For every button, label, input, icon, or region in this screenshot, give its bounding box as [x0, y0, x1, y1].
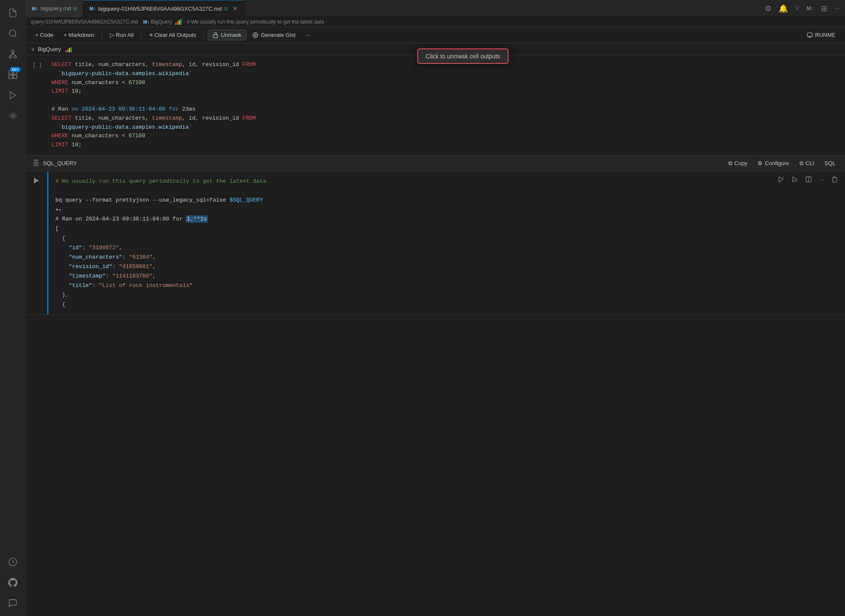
- sql-lang-label: SQL: [824, 160, 836, 166]
- section-chevron[interactable]: ∨: [31, 46, 35, 52]
- runme-label: RUNME: [815, 32, 836, 38]
- sql-line-3: WHERE num_characters < 67100: [51, 79, 838, 88]
- sql-line-ran: # Ran on 2024-04-23 09:36:11-04:00 for 2…: [51, 105, 838, 114]
- svg-line-5: [10, 52, 13, 55]
- chat-icon[interactable]: [3, 594, 22, 613]
- copy-label: Copy: [734, 160, 747, 166]
- toolbar: + Code + Markdown ▷ Run All ≡ Clear All …: [26, 27, 845, 43]
- run-debug-icon[interactable]: [3, 86, 22, 105]
- bash-comment-1: # We usually run this query periodically…: [55, 177, 838, 186]
- more-actions-btn[interactable]: ···: [833, 3, 842, 14]
- section-bq-icon: [65, 46, 72, 52]
- tab-label-1: bigquery.md: [41, 5, 71, 12]
- layout-btn[interactable]: ⊞: [819, 2, 829, 15]
- add-code-btn[interactable]: + Code: [31, 30, 58, 40]
- notifications-btn[interactable]: 🔔: [777, 2, 790, 15]
- toolbar-sep-1: [102, 31, 102, 39]
- svg-line-6: [13, 52, 15, 55]
- unmask-btn[interactable]: Unmask: [208, 30, 246, 40]
- sql-query-bar: 🗄 SQL_QUERY ⧉ Copy ⚙ Configure ⧉ CLI SQL: [26, 155, 845, 172]
- branch-btn[interactable]: ⑂: [793, 2, 801, 15]
- run-all-btn[interactable]: ▷ Run All: [106, 30, 138, 40]
- configure-label: Configure: [765, 160, 789, 166]
- sidebar: 1K+: [0, 0, 26, 616]
- svg-rect-18: [807, 33, 812, 36]
- tab-bar: M↕ bigquery.md U M↕ bigquery-01HW5JP6E6V…: [26, 0, 845, 17]
- data-wrangler-icon[interactable]: [3, 106, 22, 125]
- tab-modified-2: U: [224, 6, 227, 11]
- bash-ran-line: # Ran on 2024-04-23 09:36:11-04:00 for 1…: [55, 214, 838, 224]
- breadcrumb-section: M↕ BigQuery: [143, 19, 182, 25]
- tab-modified-1: U: [73, 6, 77, 11]
- clear-outputs-btn[interactable]: ≡ Clear All Outputs: [145, 30, 200, 40]
- more-toolbar-btn[interactable]: ···: [302, 30, 315, 40]
- tab-bigquery-active[interactable]: M↕ bigquery-01HW5JP6E6V0AA496GXC5A327C.m…: [83, 0, 245, 17]
- svg-point-12: [12, 115, 14, 117]
- sql-line-7: WHERE num_characters < 67100: [51, 132, 838, 141]
- cell-run-button[interactable]: [26, 172, 47, 314]
- cell-toolbar: ···: [776, 174, 840, 186]
- files-icon[interactable]: [3, 3, 22, 22]
- add-markdown-btn[interactable]: + Markdown: [59, 30, 98, 40]
- search-icon[interactable]: [3, 24, 22, 43]
- tab-close-btn[interactable]: ✕: [232, 5, 239, 12]
- run-below-cell-btn[interactable]: [790, 174, 800, 186]
- sql-lang-btn[interactable]: SQL: [822, 159, 838, 167]
- svg-point-4: [14, 56, 16, 58]
- json-title: "title": "List of rock instrumentals": [55, 281, 838, 290]
- device-icon: [807, 32, 813, 38]
- extensions-icon[interactable]: 1K+: [3, 65, 22, 84]
- source-control-icon[interactable]: [3, 45, 22, 63]
- github-icon[interactable]: [3, 573, 22, 592]
- copy-btn[interactable]: ⧉ Copy: [726, 159, 750, 168]
- generate-gist-btn[interactable]: Generate Gist: [248, 30, 300, 40]
- svg-rect-15: [213, 35, 218, 37]
- svg-point-13: [9, 113, 16, 119]
- json-obj-2: {: [55, 300, 838, 309]
- sql-line-8: LIMIT 10;: [51, 141, 838, 150]
- generate-gist-label: Generate Gist: [261, 32, 296, 38]
- toolbar-sep-3: [204, 31, 204, 39]
- breadcrumb-m-tag: M↕: [143, 19, 149, 24]
- delete-cell-btn[interactable]: [830, 174, 840, 186]
- sql-line-6: `bigquery-public-data.samples.wikipedia`: [51, 123, 838, 132]
- bash-sparkle: ✦✦: [55, 205, 838, 214]
- json-obj-close: },: [55, 290, 838, 300]
- toolbar-sep-2: [141, 31, 142, 39]
- sql-line-4: LIMIT 10;: [51, 87, 838, 96]
- section-label: BigQuery: [38, 46, 61, 52]
- tab-bigquery-md[interactable]: M↕ bigquery.md U: [26, 0, 83, 17]
- m-btn[interactable]: M↕: [805, 3, 815, 13]
- split-cell-btn[interactable]: [803, 174, 814, 186]
- svg-marker-11: [10, 92, 15, 99]
- svg-line-1: [15, 35, 16, 37]
- svg-point-17: [254, 34, 256, 36]
- run-triangle-icon[interactable]: [34, 178, 39, 184]
- git-history-icon[interactable]: [3, 553, 22, 571]
- configure-btn[interactable]: ⚙ Configure: [755, 159, 791, 167]
- svg-point-0: [9, 30, 15, 36]
- svg-point-3: [9, 56, 12, 58]
- lock-icon: [212, 32, 218, 38]
- tab-tag-1: M↕: [32, 6, 38, 11]
- cell-gutter-1: [ ]: [33, 61, 42, 69]
- bash-cell: ··· # We usually run this query periodic…: [26, 172, 845, 315]
- sql-query-name: SQL_QUERY: [43, 160, 77, 166]
- run-above-cell-btn[interactable]: [776, 174, 786, 186]
- svg-point-2: [12, 50, 14, 53]
- breadcrumb-heading: # We usually run this query periodically…: [187, 19, 324, 25]
- svg-marker-23: [793, 177, 797, 182]
- cli-btn[interactable]: ⧉ CLI: [797, 159, 817, 168]
- sql-line-2: `bigquery-public-data.samples.wikipedia`: [51, 69, 838, 79]
- tab-bar-actions: ⚙ 🔔 ⑂ M↕ ⊞ ···: [763, 2, 842, 15]
- settings-btn[interactable]: ⚙: [763, 2, 773, 15]
- runme-btn[interactable]: RUNME: [803, 30, 840, 40]
- ran-time-highlight: 1.**1s: [186, 215, 208, 223]
- bash-blank-1: [55, 186, 838, 196]
- json-num-chars: "num_characters": "61384",: [55, 253, 838, 262]
- sql-line-5: SELECT title, num_characters, timestamp,…: [51, 114, 838, 123]
- sql-line-blank: [51, 96, 838, 105]
- tab-tag-2: M↕: [89, 6, 96, 11]
- cell-more-btn[interactable]: ···: [817, 175, 826, 186]
- gist-icon: [252, 32, 258, 38]
